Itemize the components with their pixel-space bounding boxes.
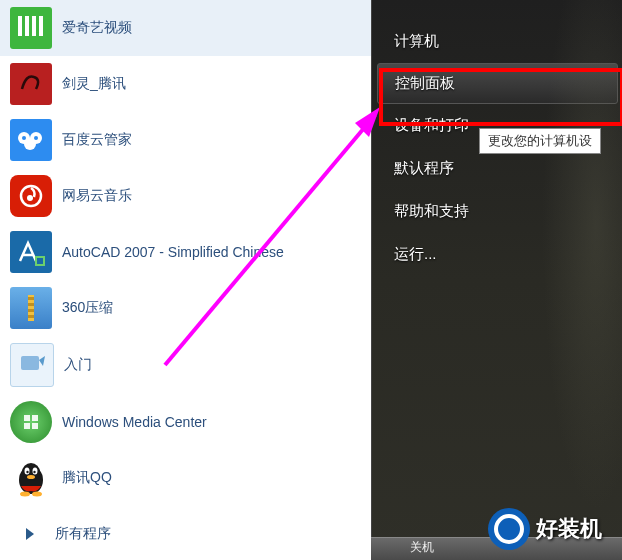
svg-point-7 bbox=[22, 136, 26, 140]
bns-icon bbox=[10, 63, 52, 105]
svg-point-30 bbox=[32, 492, 42, 497]
360zip-icon bbox=[10, 287, 52, 329]
all-programs-label: 所有程序 bbox=[55, 525, 111, 543]
svg-rect-19 bbox=[32, 415, 38, 421]
programs-panel: 爱奇艺视频 剑灵_腾讯 百度云管家 网易云音乐 bbox=[0, 0, 371, 560]
svg-rect-2 bbox=[32, 16, 36, 36]
tooltip: 更改您的计算机设 bbox=[479, 128, 601, 154]
svg-point-10 bbox=[27, 195, 33, 201]
autocad-icon bbox=[10, 231, 52, 273]
app-label: AutoCAD 2007 - Simplified Chinese bbox=[62, 244, 284, 260]
app-label: 腾讯QQ bbox=[62, 469, 112, 487]
svg-rect-17 bbox=[21, 356, 39, 370]
app-item-getting-started[interactable]: 入门 bbox=[0, 336, 371, 394]
svg-point-27 bbox=[33, 471, 35, 473]
svg-rect-14 bbox=[28, 303, 34, 306]
app-label: 入门 bbox=[64, 356, 92, 374]
iqiyi-icon bbox=[10, 7, 52, 49]
svg-rect-21 bbox=[32, 423, 38, 429]
start-menu: 爱奇艺视频 剑灵_腾讯 百度云管家 网易云音乐 bbox=[0, 0, 622, 560]
svg-rect-11 bbox=[36, 257, 44, 265]
svg-point-29 bbox=[20, 492, 30, 497]
background-image bbox=[533, 0, 622, 560]
wmc-icon bbox=[10, 401, 52, 443]
app-list: 爱奇艺视频 剑灵_腾讯 百度云管家 网易云音乐 bbox=[0, 0, 371, 506]
svg-rect-13 bbox=[28, 297, 34, 300]
app-item-wmc[interactable]: Windows Media Center bbox=[0, 394, 371, 450]
svg-rect-20 bbox=[24, 423, 30, 429]
netease-music-icon bbox=[10, 175, 52, 217]
svg-rect-15 bbox=[28, 309, 34, 312]
shutdown-button[interactable]: 关机 bbox=[400, 537, 444, 558]
app-item-netease[interactable]: 网易云音乐 bbox=[0, 168, 371, 224]
watermark-text: 好装机 bbox=[536, 514, 602, 544]
app-item-bns[interactable]: 剑灵_腾讯 bbox=[0, 56, 371, 112]
app-item-360zip[interactable]: 360压缩 bbox=[0, 280, 371, 336]
app-label: 爱奇艺视频 bbox=[62, 19, 132, 37]
qq-icon bbox=[10, 457, 52, 499]
svg-point-26 bbox=[26, 471, 28, 473]
system-panel: 计算机 控制面板 设备和打印 默认程序 帮助和支持 运行... bbox=[371, 0, 622, 560]
svg-rect-0 bbox=[18, 16, 22, 36]
getting-started-icon bbox=[10, 343, 54, 387]
all-programs-button[interactable]: 所有程序 bbox=[0, 514, 371, 554]
baidu-cloud-icon bbox=[10, 119, 52, 161]
app-label: 剑灵_腾讯 bbox=[62, 75, 126, 93]
app-item-iqiyi[interactable]: 爱奇艺视频 bbox=[0, 0, 371, 56]
svg-point-8 bbox=[34, 136, 38, 140]
svg-point-6 bbox=[24, 138, 36, 150]
app-item-baidu[interactable]: 百度云管家 bbox=[0, 112, 371, 168]
svg-rect-16 bbox=[28, 315, 34, 318]
svg-rect-1 bbox=[25, 16, 29, 36]
app-item-qq[interactable]: 腾讯QQ bbox=[0, 450, 371, 506]
watermark: 好装机 bbox=[488, 508, 602, 550]
app-item-autocad[interactable]: AutoCAD 2007 - Simplified Chinese bbox=[0, 224, 371, 280]
app-label: 百度云管家 bbox=[62, 131, 132, 149]
watermark-logo-icon bbox=[488, 508, 530, 550]
app-label: 360压缩 bbox=[62, 299, 113, 317]
svg-rect-18 bbox=[24, 415, 30, 421]
svg-point-28 bbox=[27, 475, 35, 479]
app-label: Windows Media Center bbox=[62, 414, 207, 430]
arrow-right-icon bbox=[20, 524, 40, 544]
app-label: 网易云音乐 bbox=[62, 187, 132, 205]
svg-rect-3 bbox=[39, 16, 43, 36]
